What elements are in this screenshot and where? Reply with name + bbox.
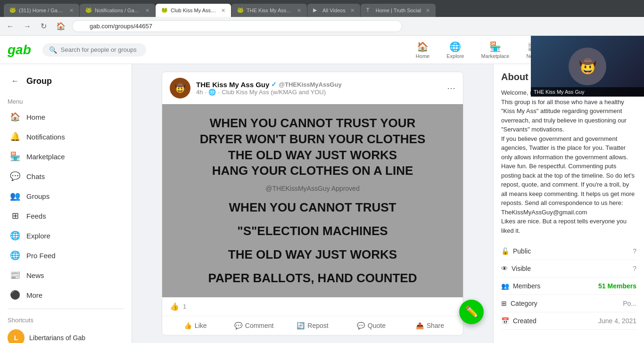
forward-button[interactable]: → [21, 20, 34, 33]
visible-icon: 👁 [501, 265, 508, 272]
video-avatar: 🤠 [569, 48, 606, 85]
nav-item-marketplace[interactable]: 🏪Marketplace [473, 38, 517, 62]
reload-button[interactable]: ↻ [38, 20, 50, 33]
category-icon: ⊞ [501, 300, 507, 307]
tab-label: Notifications / Gab Soc... [95, 8, 140, 13]
sidebar-label-groups: Groups [26, 192, 50, 200]
home-sidebar-icon: 🏠 [9, 112, 21, 122]
meme-line7: THE OLD WAY JUST WORKS [172, 247, 454, 263]
tab-close[interactable]: ✕ [426, 8, 430, 14]
sidebar-item-notifications[interactable]: 🔔Notifications [2, 127, 130, 147]
action-share[interactable]: 📤Share [401, 318, 459, 333]
groups-sidebar-icon: 👥 [9, 191, 21, 201]
sidebar-label-notifications: Notifications [26, 133, 65, 141]
repost-action-label: Repost [307, 322, 328, 329]
sidebar-divider [8, 309, 124, 309]
sidebar-item-marketplace[interactable]: 🏪Marketplace [2, 147, 130, 166]
tab-favicon: 🐸 [161, 7, 168, 14]
browser-tab-t6[interactable]: THome | Truth Social✕ [361, 4, 436, 17]
tab-close[interactable]: ✕ [69, 8, 74, 14]
nav-label-explore: Explore [446, 53, 464, 59]
like-action-label: Like [195, 322, 207, 329]
action-quote[interactable]: 💬Quote [342, 318, 400, 333]
members-icon: 👥 [501, 282, 509, 290]
shortcut-libertarians[interactable]: LLibertarians of Gab [0, 326, 132, 343]
shortcut-label-libertarians: Libertarians of Gab [29, 334, 85, 342]
right-panel: About Welcome, maybe. This group is for … [493, 64, 644, 343]
tab-label: Home | Truth Social [376, 8, 421, 13]
action-repost[interactable]: 🔄Repost [283, 318, 342, 333]
browser-tab-t3[interactable]: 🐸Club Kiss My Ass (w/KM...✕ [156, 4, 231, 17]
action-like[interactable]: 👍Like [166, 318, 224, 333]
search-input[interactable] [61, 46, 136, 53]
sidebar-item-home[interactable]: 🏠Home [2, 107, 130, 127]
sidebar-item-chats[interactable]: 💬Chats [2, 166, 130, 186]
public-icon: 🔓 [501, 247, 509, 255]
browser-tab-t5[interactable]: ▶All Videos✕ [307, 4, 360, 17]
sidebar-item-groups[interactable]: 👥Groups [2, 186, 130, 206]
browser-tab-t1[interactable]: 🐸(311) Home / Gab Soci...✕ [4, 4, 79, 17]
post-meta: THE Kiss My Ass Guy ✓ @THEKissMyAssGuy 4… [196, 81, 441, 96]
compose-icon: ✏️ [465, 306, 478, 318]
tab-label: (311) Home / Gab Soci... [19, 8, 65, 13]
action-comment[interactable]: 💬Comment [224, 318, 283, 333]
meme-line3: THE OLD WAY JUST WORKS [172, 147, 454, 163]
sidebar-label-feeds: Feeds [26, 212, 46, 220]
gab-logo: gab [8, 42, 31, 57]
post-header: 🤠 THE Kiss My Ass Guy ✓ @THEKissMyAssGuy… [162, 72, 463, 104]
post-time-row: 4h · 🌐 · Club Kiss My Ass (w/KMAG and YO… [196, 89, 441, 96]
sidebar-item-feeds[interactable]: ⊞Feeds [2, 206, 130, 226]
search-bar: 🔍 [42, 43, 146, 57]
tab-close[interactable]: ✕ [297, 8, 301, 14]
comment-action-label: Comment [245, 322, 274, 329]
tab-label: Club Kiss My Ass (w/KM... [171, 8, 216, 13]
home-nav-button[interactable]: 🏠 [53, 20, 68, 33]
tab-close[interactable]: ✕ [350, 8, 355, 14]
quote-action-icon: 💬 [357, 322, 365, 329]
sidebar-item-explore[interactable]: 🌐Explore [2, 226, 130, 245]
meme-line4: HANG YOUR CLOTHES ON A LINE [172, 163, 454, 179]
browser-tab-t4[interactable]: 🐸THE Kiss My Ass Guy | ...✕ [231, 4, 307, 17]
about-row-value-visible[interactable]: ? [633, 265, 636, 272]
about-row-label-visible: Visible [512, 265, 531, 272]
content-area: 🤠 THE Kiss My Ass Guy ✓ @THEKissMyAssGuy… [132, 64, 493, 343]
back-button[interactable]: ← [4, 20, 17, 33]
browser-tab-t2[interactable]: 🐸Notifications / Gab Soc...✕ [80, 4, 155, 17]
tab-favicon: 🐸 [9, 7, 16, 14]
tab-close[interactable]: ✕ [221, 8, 225, 14]
more-sidebar-icon: ⚫ [9, 290, 21, 300]
sidebar-label-pro-feed: Pro Feed [26, 252, 56, 260]
address-input[interactable] [90, 23, 396, 30]
video-overlay[interactable]: 🤠 THE Kiss My Ass Guy [531, 36, 644, 97]
nav-item-explore[interactable]: 🌐Explore [439, 38, 471, 62]
sidebar-back-button[interactable]: ← [8, 74, 23, 89]
tab-close[interactable]: ✕ [145, 8, 149, 14]
about-row-value-public[interactable]: ? [633, 247, 636, 255]
sidebar-label-marketplace: Marketplace [26, 153, 65, 161]
about-row-category: ⊞CategoryPo... [501, 295, 636, 312]
meme-line8: PAPER BALLOTS, HAND COUNTED [172, 270, 454, 286]
about-row-value-category: Po... [623, 300, 636, 307]
post-more-button[interactable]: ⋯ [447, 83, 455, 93]
about-row-left-public: 🔓Public [501, 247, 531, 255]
post-avatar: 🤠 [170, 78, 190, 98]
about-row-left-created: 📅Created [501, 317, 537, 325]
marketplace-icon: 🏪 [489, 41, 501, 52]
meme-line2: DRYER WON'T BURN YOUR CLOTHES [172, 131, 454, 147]
nav-label-home: Home [416, 53, 429, 59]
sidebar-item-pro-feed[interactable]: 🌐Pro Feed [2, 245, 130, 265]
marketplace-sidebar-icon: 🏪 [9, 151, 21, 162]
quote-action-label: Quote [368, 322, 386, 329]
created-icon: 📅 [501, 317, 509, 325]
address-bar[interactable] [72, 20, 402, 32]
compose-fab[interactable]: ✏️ [459, 300, 484, 324]
home-icon: 🏠 [417, 41, 429, 52]
chats-sidebar-icon: 💬 [9, 171, 21, 181]
sidebar-item-news[interactable]: 📰News [2, 265, 130, 285]
like-action-icon: 👍 [184, 322, 192, 329]
browser-chrome: 🐸(311) Home / Gab Soci...✕🐸Notifications… [0, 0, 644, 17]
meme-line1: WHEN YOU CANNOT TRUST YOUR [172, 115, 454, 131]
about-row-label-category: Category [511, 300, 537, 307]
nav-item-home[interactable]: 🏠Home [408, 38, 437, 62]
sidebar-item-more[interactable]: ⚫More [2, 285, 130, 305]
